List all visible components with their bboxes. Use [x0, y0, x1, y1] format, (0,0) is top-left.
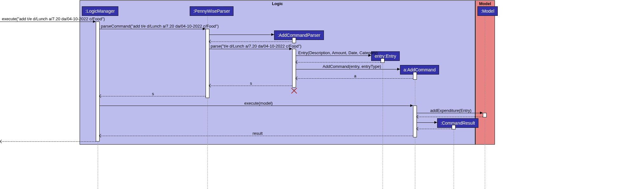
arrow-icon [271, 33, 274, 36]
arrow-icon [480, 112, 483, 114]
lifeline-command-result [454, 126, 454, 189]
logic-region-title: Logic [272, 1, 283, 6]
arrow-open-icon [0, 140, 3, 143]
message-text-parse: parse("t/e d/Lunch a/7.20 da/04-10-2022 … [211, 44, 301, 49]
message-add-command [296, 69, 400, 69]
return-text-a: a [354, 74, 356, 78]
activation-logic-manager [96, 22, 100, 141]
activation-add-command-parser-1 [292, 37, 296, 43]
return-create-add-command-parser [209, 42, 292, 42]
message-text-entry: Entry(Description, Amount, Date, Categor… [298, 50, 378, 55]
return-a [296, 78, 413, 79]
return-text-s-2: s [152, 91, 154, 96]
lifeline-model [485, 14, 485, 189]
activation-model [483, 113, 487, 117]
message-add-expenditure [417, 113, 483, 113]
arrow-icon [397, 68, 400, 70]
destroy-icon [291, 88, 297, 94]
return-external [0, 141, 96, 142]
activation-add-command-2 [413, 106, 417, 137]
message-entry [296, 55, 371, 56]
participant-pennywise-parser: :PennyWiseParser [190, 6, 233, 16]
return-s-1 [209, 86, 292, 86]
activation-pennywise-parser [206, 29, 209, 98]
return-s-2 [100, 96, 206, 96]
message-text-parse-command: parseCommand("add t/e d/Lunch a/7.20 da/… [101, 24, 219, 29]
arrow-icon [410, 104, 413, 107]
message-execute [0, 22, 96, 22]
return-text-s-1: s [250, 81, 252, 86]
lifeline-entry [383, 59, 383, 189]
return-result [100, 136, 413, 136]
participant-logic-manager: :LogicManager [82, 6, 118, 16]
return-command-result [417, 129, 452, 129]
participant-add-command: a:AddCommand [400, 65, 439, 75]
participant-add-command-parser: :AddCommandParser [274, 30, 324, 40]
model-region-title: Model [479, 1, 491, 6]
arrow-icon [434, 121, 437, 124]
return-entry [296, 62, 381, 62]
participant-model: :Model [477, 6, 498, 16]
activation-add-command-1 [413, 72, 417, 80]
message-execute-model [100, 106, 413, 106]
message-text-execute: execute("add t/e d/Lunch a/7.20 da/04-10… [2, 16, 105, 21]
participant-command-result: :CommandResult [437, 118, 478, 128]
message-text-add-command: AddCommand(entry, entryType) [323, 64, 381, 69]
message-parse-command [100, 29, 206, 29]
message-text-add-expenditure: addExpenditure(Entry) [430, 108, 471, 113]
message-parse [209, 49, 292, 49]
return-text-result: result [253, 131, 263, 136]
return-add-expenditure [417, 117, 483, 117]
activation-command-result [452, 125, 456, 129]
activation-add-command-parser-2 [292, 49, 296, 88]
message-create-add-command-parser [209, 35, 274, 35]
activation-entry [381, 58, 384, 63]
message-text-execute-model: execute(model) [244, 101, 273, 106]
